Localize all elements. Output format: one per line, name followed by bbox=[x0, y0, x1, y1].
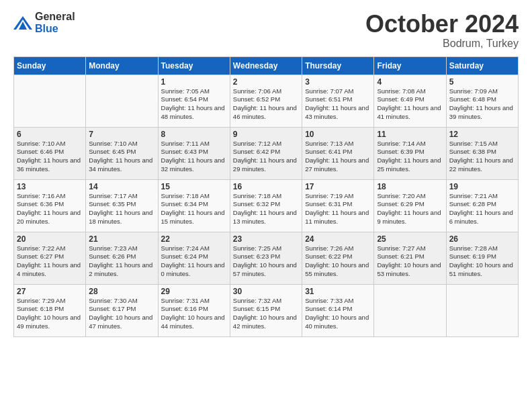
day-number: 2 bbox=[233, 77, 299, 87]
calendar-cell: 19Sunrise: 7:21 AM Sunset: 6:28 PM Dayli… bbox=[446, 179, 518, 232]
day-number: 30 bbox=[233, 287, 299, 296]
cell-content: Sunrise: 7:31 AM Sunset: 6:16 PM Dayligh… bbox=[161, 297, 227, 331]
day-number: 15 bbox=[161, 182, 227, 191]
calendar-week-row: 27Sunrise: 7:29 AM Sunset: 6:18 PM Dayli… bbox=[14, 284, 519, 336]
calendar-cell: 25Sunrise: 7:27 AM Sunset: 6:21 PM Dayli… bbox=[374, 232, 446, 284]
calendar-cell: 7Sunrise: 7:10 AM Sunset: 6:45 PM Daylig… bbox=[86, 127, 158, 179]
calendar-table: SundayMondayTuesdayWednesdayThursdayFrid… bbox=[13, 56, 519, 337]
cell-content: Sunrise: 7:18 AM Sunset: 6:34 PM Dayligh… bbox=[161, 192, 227, 226]
cell-content: Sunrise: 7:08 AM Sunset: 6:49 PM Dayligh… bbox=[377, 87, 443, 122]
day-number: 10 bbox=[305, 130, 371, 139]
day-number: 5 bbox=[449, 77, 515, 87]
month-title: October 2024 bbox=[365, 11, 519, 38]
cell-content: Sunrise: 7:05 AM Sunset: 6:54 PM Dayligh… bbox=[161, 87, 227, 122]
calendar-week-row: 20Sunrise: 7:22 AM Sunset: 6:27 PM Dayli… bbox=[14, 232, 519, 284]
cell-content: Sunrise: 7:32 AM Sunset: 6:15 PM Dayligh… bbox=[233, 297, 299, 331]
calendar-cell: 29Sunrise: 7:31 AM Sunset: 6:16 PM Dayli… bbox=[158, 284, 230, 336]
calendar-cell: 16Sunrise: 7:18 AM Sunset: 6:32 PM Dayli… bbox=[230, 179, 302, 232]
day-number: 20 bbox=[17, 234, 83, 244]
day-number: 9 bbox=[233, 130, 299, 139]
day-number: 8 bbox=[161, 130, 227, 139]
calendar-cell bbox=[446, 284, 518, 336]
calendar-cell: 1Sunrise: 7:05 AM Sunset: 6:54 PM Daylig… bbox=[158, 75, 230, 127]
calendar-cell: 14Sunrise: 7:17 AM Sunset: 6:35 PM Dayli… bbox=[86, 179, 158, 232]
cell-content: Sunrise: 7:30 AM Sunset: 6:17 PM Dayligh… bbox=[89, 297, 154, 331]
cell-content: Sunrise: 7:22 AM Sunset: 6:27 PM Dayligh… bbox=[17, 244, 83, 279]
calendar-cell: 18Sunrise: 7:20 AM Sunset: 6:29 PM Dayli… bbox=[374, 179, 446, 232]
calendar-cell: 11Sunrise: 7:14 AM Sunset: 6:39 PM Dayli… bbox=[374, 127, 446, 179]
day-number: 29 bbox=[161, 287, 227, 296]
title-block: October 2024 Bodrum, Turkey bbox=[365, 11, 519, 50]
cell-content: Sunrise: 7:12 AM Sunset: 6:42 PM Dayligh… bbox=[233, 140, 299, 174]
cell-content: Sunrise: 7:27 AM Sunset: 6:21 PM Dayligh… bbox=[377, 244, 443, 279]
calendar-cell bbox=[374, 284, 446, 336]
calendar-cell: 21Sunrise: 7:23 AM Sunset: 6:26 PM Dayli… bbox=[86, 232, 158, 284]
calendar-cell: 22Sunrise: 7:24 AM Sunset: 6:24 PM Dayli… bbox=[158, 232, 230, 284]
cell-content: Sunrise: 7:07 AM Sunset: 6:51 PM Dayligh… bbox=[305, 87, 371, 122]
day-number: 24 bbox=[305, 234, 371, 244]
page-container: General Blue October 2024 Bodrum, Turkey… bbox=[0, 0, 532, 344]
day-number: 18 bbox=[377, 182, 443, 191]
calendar-cell: 9Sunrise: 7:12 AM Sunset: 6:42 PM Daylig… bbox=[230, 127, 302, 179]
calendar-cell: 10Sunrise: 7:13 AM Sunset: 6:41 PM Dayli… bbox=[302, 127, 374, 179]
calendar-cell: 13Sunrise: 7:16 AM Sunset: 6:36 PM Dayli… bbox=[14, 179, 86, 232]
cell-content: Sunrise: 7:26 AM Sunset: 6:22 PM Dayligh… bbox=[305, 244, 371, 279]
day-number: 3 bbox=[305, 77, 371, 87]
day-header-friday: Friday bbox=[374, 56, 446, 75]
cell-content: Sunrise: 7:23 AM Sunset: 6:26 PM Dayligh… bbox=[89, 244, 154, 279]
day-number: 26 bbox=[449, 234, 515, 244]
day-header-thursday: Thursday bbox=[302, 56, 374, 75]
day-header-saturday: Saturday bbox=[446, 56, 518, 75]
day-number: 27 bbox=[17, 287, 83, 296]
day-number: 17 bbox=[305, 182, 371, 191]
day-number: 4 bbox=[377, 77, 443, 87]
calendar-cell: 31Sunrise: 7:33 AM Sunset: 6:14 PM Dayli… bbox=[302, 284, 374, 336]
day-number: 25 bbox=[377, 234, 443, 244]
calendar-cell bbox=[14, 75, 86, 127]
calendar-cell: 20Sunrise: 7:22 AM Sunset: 6:27 PM Dayli… bbox=[14, 232, 86, 284]
cell-content: Sunrise: 7:18 AM Sunset: 6:32 PM Dayligh… bbox=[233, 192, 299, 226]
calendar-header-row: SundayMondayTuesdayWednesdayThursdayFrid… bbox=[14, 56, 519, 75]
day-number: 14 bbox=[89, 182, 154, 191]
day-number: 19 bbox=[449, 182, 515, 191]
day-number: 21 bbox=[89, 234, 154, 244]
cell-content: Sunrise: 7:33 AM Sunset: 6:14 PM Dayligh… bbox=[305, 297, 371, 331]
day-number: 28 bbox=[89, 287, 154, 296]
day-number: 22 bbox=[161, 234, 227, 244]
day-number: 6 bbox=[17, 130, 83, 139]
cell-content: Sunrise: 7:21 AM Sunset: 6:28 PM Dayligh… bbox=[449, 192, 515, 226]
day-number: 23 bbox=[233, 234, 299, 244]
calendar-cell: 27Sunrise: 7:29 AM Sunset: 6:18 PM Dayli… bbox=[14, 284, 86, 336]
day-header-sunday: Sunday bbox=[14, 56, 86, 75]
calendar-cell: 3Sunrise: 7:07 AM Sunset: 6:51 PM Daylig… bbox=[302, 75, 374, 127]
day-number: 13 bbox=[17, 182, 83, 191]
calendar-cell bbox=[86, 75, 158, 127]
cell-content: Sunrise: 7:19 AM Sunset: 6:31 PM Dayligh… bbox=[305, 192, 371, 226]
calendar-cell: 2Sunrise: 7:06 AM Sunset: 6:52 PM Daylig… bbox=[230, 75, 302, 127]
calendar-week-row: 1Sunrise: 7:05 AM Sunset: 6:54 PM Daylig… bbox=[14, 75, 519, 127]
cell-content: Sunrise: 7:13 AM Sunset: 6:41 PM Dayligh… bbox=[305, 140, 371, 174]
cell-content: Sunrise: 7:11 AM Sunset: 6:43 PM Dayligh… bbox=[161, 140, 227, 174]
logo: General Blue bbox=[13, 11, 75, 35]
location-title: Bodrum, Turkey bbox=[365, 38, 519, 50]
header: General Blue October 2024 Bodrum, Turkey bbox=[13, 11, 519, 50]
calendar-cell: 23Sunrise: 7:25 AM Sunset: 6:23 PM Dayli… bbox=[230, 232, 302, 284]
calendar-cell: 26Sunrise: 7:28 AM Sunset: 6:19 PM Dayli… bbox=[446, 232, 518, 284]
day-number: 7 bbox=[89, 130, 154, 139]
cell-content: Sunrise: 7:24 AM Sunset: 6:24 PM Dayligh… bbox=[161, 244, 227, 279]
calendar-cell: 6Sunrise: 7:10 AM Sunset: 6:46 PM Daylig… bbox=[14, 127, 86, 179]
day-number: 16 bbox=[233, 182, 299, 191]
calendar-cell: 24Sunrise: 7:26 AM Sunset: 6:22 PM Dayli… bbox=[302, 232, 374, 284]
calendar-cell: 30Sunrise: 7:32 AM Sunset: 6:15 PM Dayli… bbox=[230, 284, 302, 336]
calendar-week-row: 6Sunrise: 7:10 AM Sunset: 6:46 PM Daylig… bbox=[14, 127, 519, 179]
cell-content: Sunrise: 7:17 AM Sunset: 6:35 PM Dayligh… bbox=[89, 192, 154, 226]
calendar-cell: 12Sunrise: 7:15 AM Sunset: 6:38 PM Dayli… bbox=[446, 127, 518, 179]
cell-content: Sunrise: 7:29 AM Sunset: 6:18 PM Dayligh… bbox=[17, 297, 83, 331]
day-number: 12 bbox=[449, 130, 515, 139]
calendar-cell: 4Sunrise: 7:08 AM Sunset: 6:49 PM Daylig… bbox=[374, 75, 446, 127]
cell-content: Sunrise: 7:25 AM Sunset: 6:23 PM Dayligh… bbox=[233, 244, 299, 279]
day-header-monday: Monday bbox=[86, 56, 158, 75]
cell-content: Sunrise: 7:15 AM Sunset: 6:38 PM Dayligh… bbox=[449, 140, 515, 174]
cell-content: Sunrise: 7:10 AM Sunset: 6:45 PM Dayligh… bbox=[89, 140, 154, 174]
cell-content: Sunrise: 7:28 AM Sunset: 6:19 PM Dayligh… bbox=[449, 244, 515, 279]
